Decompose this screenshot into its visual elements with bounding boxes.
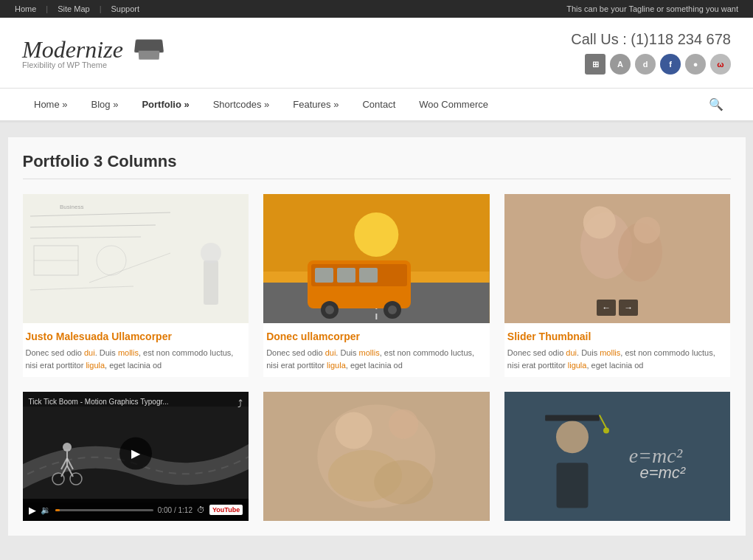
portfolio-item-3: ← → Slider Thumbnail Donec sed odio dui.…	[504, 194, 731, 377]
portfolio-item-6: e=mc²	[504, 392, 731, 521]
svg-point-49	[556, 421, 589, 453]
portfolio-item-1: Business Justo Malesuada Ullamcorper Don…	[23, 194, 249, 377]
topbar-tagline: This can be your Tagline or something yo…	[566, 4, 738, 13]
nav-blog-item: Blog »	[80, 89, 131, 120]
svg-point-30	[583, 207, 616, 239]
video-time-total: 1:12	[178, 506, 192, 514]
play-button[interactable]: ▶	[119, 437, 152, 469]
portfolio-title-1[interactable]: Justo Malesuada Ullamcorper	[26, 331, 246, 342]
nav-features-item: Features »	[281, 89, 350, 120]
portfolio-info-1: Justo Malesuada Ullamcorper Donec sed od…	[23, 323, 249, 377]
portfolio-link-2b[interactable]: mollis	[359, 348, 380, 357]
topbar-support[interactable]: Support	[111, 4, 139, 13]
portfolio-link-1a[interactable]: dui	[84, 348, 95, 357]
portfolio-grid: Business Justo Malesuada Ullamcorper Don…	[23, 194, 731, 521]
slider-prev-btn[interactable]: ←	[597, 300, 616, 316]
topbar-nav: Home | Site Map | Support	[15, 4, 145, 13]
nav-contact[interactable]: Contact	[350, 89, 407, 120]
portfolio-title-3[interactable]: Slider Thumbnail	[507, 331, 728, 342]
portfolio-item-2: Donec ullamcorper Donec sed odio dui. Du…	[263, 194, 490, 377]
topbar-home[interactable]: Home	[15, 4, 36, 13]
portfolio-img-6[interactable]: e=mc²	[504, 392, 731, 521]
nav-items: Home » Blog » Portfolio » Shortcodes » F…	[22, 89, 500, 120]
svg-point-11	[201, 243, 221, 263]
portfolio-img-5[interactable]	[263, 392, 490, 521]
navbar: Home » Blog » Portfolio » Shortcodes » F…	[0, 89, 753, 122]
portfolio-link-3b[interactable]: mollis	[600, 348, 620, 357]
digg-icon[interactable]: d	[635, 54, 656, 75]
svg-rect-20	[315, 268, 333, 283]
nav-portfolio[interactable]: Portfolio »	[130, 89, 201, 120]
video-volume-icon[interactable]: 🔉	[41, 505, 51, 515]
portfolio-img-3[interactable]: ← →	[504, 194, 731, 323]
grid-icon[interactable]: ⊞	[585, 54, 605, 75]
header-right: Call Us : (1)118 234 678 ⊞ A d f ● ω	[571, 31, 731, 75]
portfolio-desc-1: Donec sed odio dui. Duis mollis, est non…	[26, 347, 246, 371]
video-controls: ▶ 🔉 0:00 / 1:12 ⏱ YouTube	[23, 499, 249, 521]
portfolio-link-3c[interactable]: ligula	[568, 361, 587, 370]
lastfm-icon[interactable]: ω	[710, 54, 731, 75]
logo-text-area: Modernize Flexibility of WP Theme	[22, 36, 123, 69]
video-title: Tick Tick Boom - Motion Graphics Typogr.…	[29, 398, 169, 406]
nav-portfolio-item: Portfolio »	[130, 89, 201, 120]
nav-blog[interactable]: Blog »	[80, 89, 131, 120]
portfolio-img-4[interactable]: Tick Tick Boom - Motion Graphics Typogr.…	[23, 392, 249, 521]
video-share-icon[interactable]: ⤴	[237, 398, 243, 409]
flickr-icon[interactable]: ●	[685, 54, 706, 75]
svg-point-43	[336, 412, 372, 449]
portfolio-img-2[interactable]	[263, 194, 490, 323]
whiteboard-image: Business	[23, 194, 249, 323]
nav-woocommerce-item: Woo Commerce	[407, 89, 500, 120]
video-time: 0:00 / 1:12	[158, 506, 192, 514]
video-time-current: 0:00	[158, 506, 172, 514]
svg-text:Business: Business	[60, 204, 83, 210]
svg-rect-21	[337, 268, 355, 283]
bus-image	[263, 194, 490, 323]
portfolio-title-2[interactable]: Donec ullamcorper	[266, 331, 487, 342]
main-content: Portfolio 3 Columns	[8, 137, 746, 536]
nav-shortcodes[interactable]: Shortcodes »	[201, 89, 282, 120]
nav-home[interactable]: Home »	[22, 89, 80, 120]
portfolio-link-2c[interactable]: ligula	[327, 361, 346, 370]
social-a-icon[interactable]: A	[610, 54, 631, 75]
video-progress-bar[interactable]	[55, 509, 153, 511]
portfolio-link-2a[interactable]: dui	[325, 348, 336, 357]
nav-woocommerce[interactable]: Woo Commerce	[407, 89, 500, 120]
video-progress-fill	[55, 509, 60, 511]
portfolio-link-1b[interactable]: mollis	[118, 348, 139, 357]
topbar: Home | Site Map | Support This can be yo…	[0, 0, 753, 18]
slider-next-btn[interactable]: →	[619, 300, 638, 316]
phone-number: Call Us : (1)118 234 678	[571, 31, 731, 48]
portfolio-link-1c[interactable]: ligula	[86, 361, 105, 370]
svg-rect-10	[204, 260, 218, 305]
svg-rect-54	[556, 463, 588, 508]
svg-point-44	[389, 409, 418, 439]
search-icon[interactable]: 🔍	[701, 90, 731, 119]
svg-text:e=mc²: e=mc²	[628, 444, 682, 467]
page-title: Portfolio 3 Columns	[23, 152, 731, 179]
portfolio-item-4: Tick Tick Boom - Motion Graphics Typogr.…	[23, 392, 249, 521]
nav-features[interactable]: Features »	[281, 89, 350, 120]
bus-svg	[263, 194, 490, 323]
portfolio-item-5	[263, 392, 490, 521]
youtube-badge: YouTube	[209, 505, 243, 515]
header: Modernize Flexibility of WP Theme Call U…	[0, 18, 753, 89]
slider-controls: ← →	[597, 300, 638, 316]
facebook-icon[interactable]: f	[660, 54, 681, 75]
video-play-icon[interactable]: ▶	[29, 505, 36, 516]
portfolio-link-3a[interactable]: dui	[566, 348, 577, 357]
social-icons-bar: ⊞ A d f ● ω	[571, 54, 731, 75]
logo-name[interactable]: Modernize	[22, 36, 123, 63]
svg-point-24	[325, 305, 334, 314]
portfolio-desc-3: Donec sed odio dui. Duis mollis, est non…	[507, 347, 728, 371]
logo-area: Modernize Flexibility of WP Theme	[22, 36, 163, 69]
kid-image: e=mc²	[504, 392, 731, 521]
whiteboard-svg: Business	[23, 194, 249, 323]
portfolio-info-2: Donec ullamcorper Donec sed odio dui. Du…	[263, 323, 490, 377]
kid-svg: e=mc²	[504, 392, 731, 521]
svg-rect-47	[504, 392, 731, 521]
couple2-image	[263, 392, 490, 521]
portfolio-desc-2: Donec sed odio dui. Duis mollis, est non…	[266, 347, 487, 371]
portfolio-img-1[interactable]: Business	[23, 194, 249, 323]
topbar-sitemap[interactable]: Site Map	[58, 4, 89, 13]
